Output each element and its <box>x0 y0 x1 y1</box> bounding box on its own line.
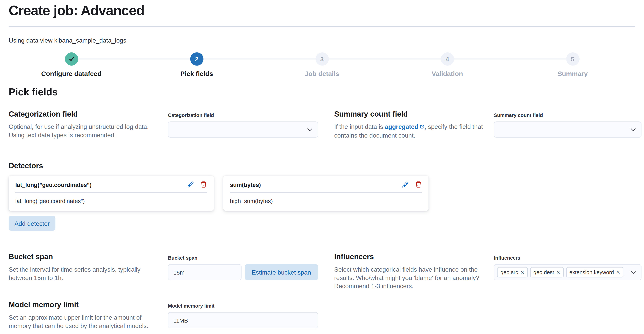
external-link-icon <box>420 123 425 132</box>
delete-detector-button[interactable] <box>415 181 422 188</box>
influencers-combobox[interactable]: geo.src✕ geo.dest✕ extension.keyword✕ <box>494 264 642 280</box>
chevron-down-icon <box>306 126 313 133</box>
detector-card-header: lat_long("geo.coordinates") <box>15 181 207 188</box>
bucket-span-description: Set the interval for time series analysi… <box>9 266 159 282</box>
detector-title: sum(bytes) <box>230 181 261 188</box>
step-label: Validation <box>432 70 463 78</box>
model-memory-description-block: Model memory limit Set an approximate up… <box>9 300 159 330</box>
chip-label: geo.src <box>500 269 518 275</box>
detector-description: lat_long("geo.coordinates") <box>15 198 207 204</box>
fields-row-2: Bucket span Set the interval for time se… <box>0 252 644 290</box>
page-title: Create job: Advanced <box>9 2 635 19</box>
bucket-span-label: Bucket span <box>168 255 318 261</box>
pick-fields-section-title: Pick fields <box>9 86 635 98</box>
edit-detector-button[interactable] <box>187 181 194 188</box>
detector-card: sum(bytes) high_sum(bytes) <box>224 176 428 211</box>
step-pick-fields[interactable]: 2 Pick fields <box>134 52 259 78</box>
create-job-advanced-page: Create job: Advanced Using data view kib… <box>0 2 644 334</box>
detectors-heading: Detectors <box>9 161 644 170</box>
detector-card-header: sum(bytes) <box>230 181 422 188</box>
influencers-heading: Influencers <box>334 252 484 261</box>
summary-count-heading: Summary count field <box>334 110 484 118</box>
step-indicator: Configure datafeed 2 Pick fields 3 Job d… <box>0 52 644 78</box>
card-divider <box>230 192 422 192</box>
pencil-icon <box>402 181 408 188</box>
detector-actions <box>402 181 422 188</box>
step-incomplete-circle[interactable]: 4 <box>440 52 454 66</box>
bucket-span-input[interactable] <box>168 264 241 280</box>
detector-actions <box>187 181 207 188</box>
model-memory-limit-label: Model memory limit <box>168 303 318 309</box>
summary-count-description-block: Summary count field If the input data is… <box>334 110 484 140</box>
check-icon <box>68 56 74 62</box>
description-text: If the input data is <box>334 123 385 130</box>
trash-icon <box>415 181 422 188</box>
add-detector-button[interactable]: Add detector <box>9 216 56 231</box>
step-summary[interactable]: 5 Summary <box>510 52 635 78</box>
chip-label: geo.dest <box>534 269 554 275</box>
chevron-down-icon <box>630 126 636 133</box>
summary-count-field-label: Summary count field <box>494 112 642 118</box>
step-current-circle[interactable]: 2 <box>190 52 203 66</box>
summary-count-description: If the input data is aggregated, specify… <box>334 123 484 140</box>
detector-description: high_sum(bytes) <box>230 198 422 204</box>
step-incomplete-circle[interactable]: 5 <box>566 52 579 66</box>
edit-detector-button[interactable] <box>402 181 408 188</box>
fields-row-3: Model memory limit Set an approximate up… <box>0 300 644 330</box>
step-complete-circle[interactable] <box>65 52 78 66</box>
pencil-icon <box>187 181 194 188</box>
detector-title: lat_long("geo.coordinates") <box>15 181 92 188</box>
step-label: Summary <box>558 70 588 78</box>
chevron-down-icon <box>630 269 636 276</box>
step-incomplete-circle[interactable]: 3 <box>315 52 328 66</box>
influencer-chip: geo.dest✕ <box>530 267 564 278</box>
step-number: 3 <box>320 56 324 62</box>
categorization-field-label: Categorization field <box>168 112 318 118</box>
model-memory-description: Set an approximate upper limit for the a… <box>9 314 159 330</box>
remove-chip-icon[interactable]: ✕ <box>556 270 560 275</box>
bucket-span-controls: Estimate bucket span <box>168 264 318 280</box>
categorization-heading: Categorization field <box>9 110 159 118</box>
influencers-description-block: Influencers Select which categorical fie… <box>334 252 484 290</box>
step-configure-datafeed[interactable]: Configure datafeed <box>9 52 134 78</box>
bucket-span-form-block: Bucket span Estimate bucket span <box>168 252 318 280</box>
bucket-span-description-block: Bucket span Set the interval for time se… <box>9 252 159 282</box>
bucket-span-heading: Bucket span <box>9 252 159 261</box>
detector-card: lat_long("geo.coordinates") lat_long("ge… <box>9 176 214 211</box>
influencers-form-block: Influencers geo.src✕ geo.dest✕ extension… <box>494 252 642 280</box>
fields-row-1: Categorization field Optional, for use i… <box>0 110 644 140</box>
delete-detector-button[interactable] <box>200 181 207 188</box>
influencers-description: Select which categorical fields have inf… <box>334 266 484 290</box>
step-number: 4 <box>446 56 449 62</box>
detector-cards: lat_long("geo.coordinates") lat_long("ge… <box>9 176 635 211</box>
categorization-description: Optional, for use if analyzing unstructu… <box>9 123 159 139</box>
step-number: 2 <box>195 56 198 62</box>
aggregated-link[interactable]: aggregated <box>385 123 418 130</box>
detectors-section: Detectors lat_long("geo.coordinates") <box>0 161 644 231</box>
step-validation[interactable]: 4 Validation <box>385 52 510 78</box>
remove-chip-icon[interactable]: ✕ <box>616 270 620 275</box>
summary-count-field-select[interactable] <box>494 122 642 138</box>
model-memory-form-block: Model memory limit <box>168 300 318 328</box>
categorization-form-block: Categorization field <box>168 110 318 138</box>
trash-icon <box>200 181 207 188</box>
influencer-chip: extension.keyword✕ <box>566 267 624 278</box>
card-divider <box>15 192 207 192</box>
model-memory-heading: Model memory limit <box>9 300 159 309</box>
step-label: Configure datafeed <box>41 70 102 78</box>
data-view-text: Using data view kibana_sample_data_logs <box>9 37 635 44</box>
remove-chip-icon[interactable]: ✕ <box>520 270 524 275</box>
summary-count-form-block: Summary count field <box>494 110 642 138</box>
step-job-details[interactable]: 3 Job details <box>259 52 385 78</box>
step-number: 5 <box>571 56 574 62</box>
influencers-label: Influencers <box>494 255 642 261</box>
chip-label: extension.keyword <box>570 269 614 275</box>
estimate-bucket-span-button[interactable]: Estimate bucket span <box>244 264 318 280</box>
categorization-field-select[interactable] <box>168 122 318 138</box>
influencer-chip: geo.src✕ <box>497 267 528 278</box>
step-label: Pick fields <box>180 70 213 78</box>
categorization-description-block: Categorization field Optional, for use i… <box>9 110 159 139</box>
step-label: Job details <box>304 70 339 78</box>
header-divider <box>9 26 635 26</box>
model-memory-limit-input[interactable] <box>168 312 318 328</box>
